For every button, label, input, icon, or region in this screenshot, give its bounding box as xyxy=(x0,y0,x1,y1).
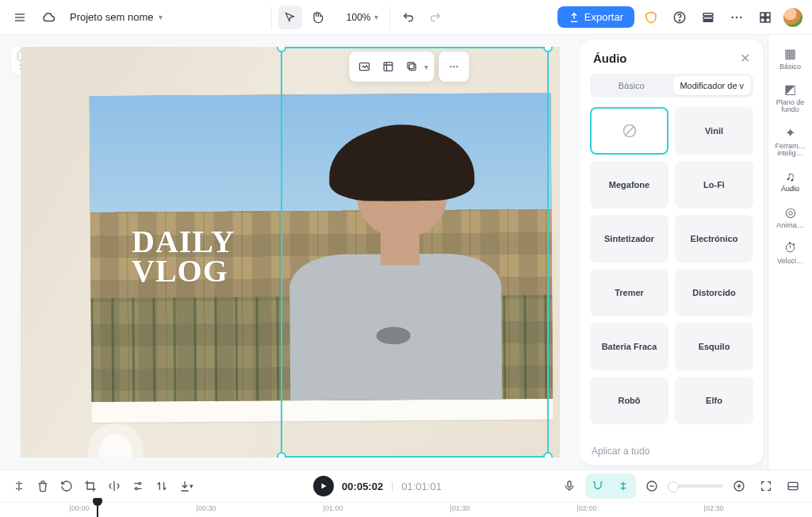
project-name-label: Projeto sem nome xyxy=(70,11,154,23)
tab-modificador[interactable]: Modificador de v xyxy=(673,76,752,95)
shield-icon[interactable] xyxy=(639,6,663,29)
replace-media-button[interactable] xyxy=(353,55,377,79)
playhead[interactable] xyxy=(97,503,98,517)
mic-button[interactable] xyxy=(558,475,580,497)
effect-esquilo[interactable]: Esquilo xyxy=(675,323,753,370)
chevron-down-icon: ▾ xyxy=(374,13,378,21)
resize-handle[interactable] xyxy=(543,452,553,458)
grid-icon[interactable] xyxy=(753,6,777,29)
menu-icon[interactable] xyxy=(8,6,32,29)
ruler-tick: |00:30 xyxy=(197,504,216,512)
export-button[interactable]: Exportar xyxy=(557,6,634,28)
effect-elfo[interactable]: Elfo xyxy=(675,377,753,424)
layer-button[interactable] xyxy=(400,55,424,79)
effects-grid: Vinil Megafone Lo-Fi Sintetizador Electr… xyxy=(580,98,763,438)
context-toolbar: ▾ xyxy=(350,52,469,82)
zoom-out-button[interactable] xyxy=(641,475,663,497)
delete-button[interactable] xyxy=(32,475,54,497)
download-button[interactable]: ▾ xyxy=(174,475,197,497)
canvas-area: 16:9 DAILY VLOG xyxy=(0,35,580,469)
magnet-button[interactable] xyxy=(612,475,634,497)
current-time: 00:05:02 xyxy=(342,481,383,492)
sidebar-item-animacao[interactable]: ◎ Anima… xyxy=(772,201,810,234)
effect-distorcido[interactable]: Distorcido xyxy=(675,269,753,316)
svg-rect-5 xyxy=(703,13,713,15)
sidebar-item-ferramentas[interactable]: ✦ Ferram… intelig… xyxy=(772,122,810,163)
svg-point-21 xyxy=(456,66,458,67)
effect-robo[interactable]: Robô xyxy=(590,377,668,424)
svg-rect-7 xyxy=(703,20,713,21)
more-options-button[interactable] xyxy=(442,55,466,79)
fit-button[interactable] xyxy=(755,475,777,497)
pointer-tool[interactable] xyxy=(278,6,302,29)
basic-icon: ▦ xyxy=(784,48,796,61)
close-icon[interactable]: ✕ xyxy=(740,51,750,66)
resize-handle[interactable] xyxy=(277,452,286,458)
sidebar-item-velocidade[interactable]: ⏱ Veloci… xyxy=(772,237,810,270)
sidebar-item-basico[interactable]: ▦ Básico xyxy=(772,43,810,75)
timeline-ruler[interactable]: |00:00 |00:30 |01:00 |01:30 |02:00 |02:3… xyxy=(0,502,812,517)
tab-basico[interactable]: Básico xyxy=(592,76,671,95)
zoom-slider[interactable] xyxy=(668,484,723,488)
canvas[interactable]: DAILY VLOG xyxy=(21,47,560,458)
effect-electronico[interactable]: Electrónico xyxy=(675,215,753,262)
effect-vinil[interactable]: Vinil xyxy=(675,107,753,155)
crop-button[interactable] xyxy=(377,55,400,79)
resize-handle[interactable] xyxy=(277,47,286,52)
effect-bateria[interactable]: Bateria Fraca xyxy=(590,323,668,370)
svg-line-23 xyxy=(625,126,634,136)
svg-rect-17 xyxy=(409,64,416,71)
svg-point-9 xyxy=(736,16,737,17)
sidebar-item-plano[interactable]: ◩ Plano de fundo xyxy=(772,79,810,119)
snap-button[interactable] xyxy=(587,475,609,497)
adjust-button[interactable] xyxy=(127,475,149,497)
undo-button[interactable] xyxy=(396,6,420,29)
hand-tool[interactable] xyxy=(305,6,329,29)
sidebar-item-audio[interactable]: ♫ Áudio xyxy=(772,166,810,198)
layers-icon[interactable] xyxy=(696,6,720,29)
avatar[interactable] xyxy=(782,6,804,29)
topbar: Projeto sem nome ▾ 100% ▾ Exportar xyxy=(0,0,812,35)
effect-megafone[interactable]: Megafone xyxy=(590,161,668,209)
flip-button[interactable] xyxy=(103,475,125,497)
person-figure xyxy=(265,124,507,402)
svg-rect-12 xyxy=(766,13,770,17)
resize-handle[interactable] xyxy=(543,47,553,52)
effect-tremer[interactable]: Tremer xyxy=(590,269,668,316)
crop-tool-button[interactable] xyxy=(79,475,102,497)
svg-rect-14 xyxy=(766,17,770,21)
speed-icon: ⏱ xyxy=(784,242,797,255)
svg-rect-18 xyxy=(408,63,414,69)
rotate-button[interactable] xyxy=(56,475,78,497)
redo-button[interactable] xyxy=(423,6,447,29)
svg-rect-16 xyxy=(384,63,393,71)
ruler-tick: |01:00 xyxy=(324,504,343,512)
project-name[interactable]: Projeto sem nome ▾ xyxy=(65,8,167,26)
effect-lofi[interactable]: Lo-Fi xyxy=(675,161,753,209)
svg-point-4 xyxy=(679,20,680,21)
cloud-icon[interactable] xyxy=(36,6,60,29)
zoom-level[interactable]: 100% ▾ xyxy=(340,12,385,23)
svg-rect-26 xyxy=(568,481,571,487)
chevron-down-icon: ▾ xyxy=(424,63,431,71)
chevron-down-icon: ▾ xyxy=(159,13,163,21)
more-icon[interactable] xyxy=(725,6,749,29)
svg-point-8 xyxy=(732,16,733,17)
ruler-tick: |01:30 xyxy=(450,504,470,512)
help-icon[interactable] xyxy=(668,6,691,29)
magic-icon: ✦ xyxy=(785,127,795,140)
reverse-button[interactable] xyxy=(151,475,173,497)
ruler-tick: |02:30 xyxy=(704,504,724,512)
svg-point-24 xyxy=(139,482,141,484)
split-button[interactable] xyxy=(8,475,30,497)
total-time: 01:01:01 xyxy=(401,481,442,492)
ruler-tick: |00:00 xyxy=(70,504,90,512)
apply-all-button[interactable]: Aplicar a tudo xyxy=(580,438,763,465)
audio-panel: Áudio ✕ Básico Modificador de v Vinil Me… xyxy=(580,40,763,465)
panel-toggle-button[interactable] xyxy=(782,475,804,497)
play-button[interactable] xyxy=(313,476,334,496)
zoom-in-button[interactable] xyxy=(728,475,750,497)
effect-none[interactable] xyxy=(590,107,668,155)
effect-sintetizador[interactable]: Sintetizador xyxy=(590,215,668,262)
bottom-bar: ▾ 00:05:02 | 01:01:01 |00:00 |00:30 |01 xyxy=(0,469,812,517)
